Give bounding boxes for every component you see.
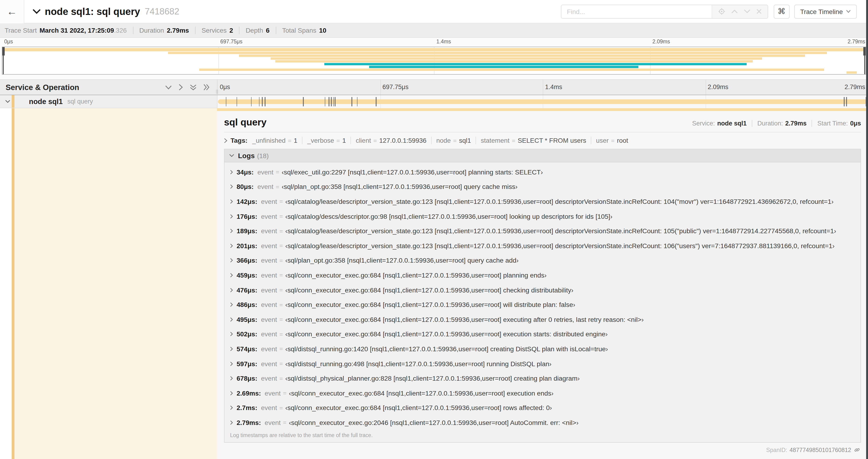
log-event-mark[interactable] bbox=[329, 97, 330, 106]
viewport-right-scrubber-handle[interactable] bbox=[863, 47, 866, 56]
span-duration-bar[interactable] bbox=[218, 99, 867, 104]
log-timestamp: 2.79ms: bbox=[237, 419, 261, 426]
chevron-right-icon bbox=[230, 185, 233, 189]
span-collapse-toggle[interactable] bbox=[5, 100, 10, 103]
log-event-mark[interactable] bbox=[262, 97, 262, 106]
log-event-mark[interactable] bbox=[844, 97, 844, 106]
page-title: node sql1: sql query bbox=[45, 6, 140, 17]
log-event-mark[interactable] bbox=[265, 97, 265, 106]
keyboard-shortcuts-button[interactable]: ⌘ bbox=[774, 4, 789, 19]
log-row[interactable]: 678μs: event = ‹sql/distsql_physical_pla… bbox=[224, 371, 861, 386]
equals-sign: = bbox=[279, 331, 283, 338]
collapse-trace-header-button[interactable] bbox=[33, 9, 40, 14]
next-result-icon[interactable] bbox=[744, 9, 750, 13]
log-row[interactable]: 476μs: event = ‹sql/conn_executor_exec.g… bbox=[224, 283, 861, 297]
log-event-mark[interactable] bbox=[335, 97, 335, 106]
logs-title: Logs bbox=[238, 152, 255, 160]
back-arrow-icon: ← bbox=[7, 5, 17, 18]
tag-key: node bbox=[436, 137, 451, 144]
log-event-mark[interactable] bbox=[325, 97, 326, 106]
log-event-mark[interactable] bbox=[226, 97, 226, 106]
command-icon: ⌘ bbox=[777, 6, 785, 16]
log-event-mark[interactable] bbox=[237, 97, 237, 106]
log-row[interactable]: 142μs: event = ‹sql/catalog/lease/descri… bbox=[224, 194, 861, 209]
header-controls: ⌘ Trace Timeline bbox=[561, 4, 857, 19]
log-row[interactable]: 34μs: event = ‹sql/exec_util.go:2297 [ns… bbox=[224, 165, 861, 179]
collapse-all-icon[interactable] bbox=[190, 84, 196, 90]
expand-all-icon[interactable] bbox=[204, 84, 210, 91]
log-row[interactable]: 2.69ms: event = ‹sql/conn_executor_exec.… bbox=[224, 386, 861, 400]
log-event-mark[interactable] bbox=[331, 97, 332, 106]
log-row[interactable]: 597μs: event = ‹sql/distsql_running.go:4… bbox=[224, 356, 861, 371]
timeline-tick: 0μs bbox=[217, 84, 230, 91]
log-event-mark[interactable] bbox=[333, 97, 334, 106]
log-event-mark[interactable] bbox=[251, 97, 252, 106]
log-row[interactable]: 486μs: event = ‹sql/conn_executor_exec.g… bbox=[224, 297, 861, 312]
service-operation-title: Service & Operation bbox=[6, 83, 79, 92]
log-row[interactable]: 189μs: event = ‹sql/catalog/lease/descri… bbox=[224, 224, 861, 238]
expand-one-icon[interactable] bbox=[179, 84, 183, 91]
log-timestamp: 2.69ms: bbox=[237, 389, 261, 397]
trace-view-select-label: Trace Timeline bbox=[800, 8, 843, 15]
deep-link-icon[interactable] bbox=[854, 447, 860, 453]
tag-value: 1 bbox=[342, 137, 346, 144]
tag-value: SELECT * FROM users bbox=[518, 137, 586, 144]
tag-key: statement bbox=[481, 137, 509, 144]
prev-result-icon[interactable] bbox=[731, 9, 738, 13]
trace-view-select[interactable]: Trace Timeline bbox=[794, 4, 857, 19]
equals-sign: = bbox=[279, 272, 283, 279]
log-row[interactable]: 80μs: event = ‹sql/plan_opt.go:358 [nsql… bbox=[224, 179, 861, 194]
log-event-mark[interactable] bbox=[351, 97, 352, 106]
log-row[interactable]: 502μs: event = ‹sql/conn_executor_exec.g… bbox=[224, 327, 861, 341]
log-row[interactable]: 574μs: event = ‹sql/distsql_running.go:1… bbox=[224, 341, 861, 356]
find-result-controls bbox=[711, 5, 768, 18]
log-timestamp: 476μs: bbox=[237, 286, 257, 294]
logs-header[interactable]: Logs (18) bbox=[224, 149, 861, 162]
log-event-mark[interactable] bbox=[846, 97, 847, 106]
log-row[interactable]: 495μs: event = ‹sql/conn_executor_exec.g… bbox=[224, 312, 861, 327]
scrollbar[interactable] bbox=[866, 0, 868, 459]
log-event-mark[interactable] bbox=[303, 97, 304, 106]
log-field-key: event bbox=[261, 271, 277, 279]
back-button[interactable]: ← bbox=[0, 0, 24, 23]
minimap-span-bar bbox=[2, 48, 866, 51]
equals-sign: = bbox=[453, 137, 457, 144]
clear-search-icon[interactable] bbox=[756, 9, 762, 14]
log-field-value: ‹sql/catalog/lease/descriptor_version_st… bbox=[285, 227, 836, 235]
timeline-header-row: Service & Operation 0μs bbox=[0, 79, 868, 95]
chevron-right-icon bbox=[230, 273, 233, 277]
log-event-mark[interactable] bbox=[376, 97, 376, 106]
log-timestamp: 574μs: bbox=[237, 345, 257, 353]
log-field-key: event bbox=[261, 286, 277, 294]
span-bar-cell[interactable] bbox=[217, 95, 868, 108]
timeline-tick: 697.75μs bbox=[380, 84, 409, 91]
summary-value: 2.79ms bbox=[167, 27, 189, 34]
minimap-canvas[interactable] bbox=[2, 47, 866, 75]
collapse-one-icon[interactable] bbox=[165, 85, 172, 89]
log-row[interactable]: 2.79ms: event = ‹sql/conn_executor_exec.… bbox=[224, 415, 861, 430]
span-name-cell[interactable]: node sql1 sql query bbox=[0, 95, 217, 108]
chevron-right-icon bbox=[230, 214, 233, 219]
find-input[interactable] bbox=[561, 5, 711, 18]
log-timestamp: 459μs: bbox=[237, 271, 257, 279]
summary-item: Total Spans 10 bbox=[276, 27, 327, 34]
equals-sign: = bbox=[288, 137, 291, 144]
equals-sign: = bbox=[279, 213, 283, 220]
log-event-mark[interactable] bbox=[259, 97, 260, 106]
summary-item: Trace Start March 31 2022, 17:25:09 .326 bbox=[5, 27, 127, 34]
log-field-key: event bbox=[261, 404, 277, 412]
log-field-value: ‹sql/catalog/descs/descriptor.go:98 [nsq… bbox=[285, 212, 612, 220]
log-row[interactable]: 176μs: event = ‹sql/catalog/descs/descri… bbox=[224, 209, 861, 224]
log-row[interactable]: 459μs: event = ‹sql/conn_executor_exec.g… bbox=[224, 268, 861, 283]
viewport-left-scrubber-handle[interactable] bbox=[2, 47, 5, 56]
log-event-mark[interactable] bbox=[357, 97, 358, 106]
log-row[interactable]: 2.7ms: event = ‹sql/conn_executor_exec.g… bbox=[224, 400, 861, 415]
log-row[interactable]: 201μs: event = ‹sql/catalog/lease/descri… bbox=[224, 238, 861, 253]
focus-target-icon[interactable] bbox=[718, 8, 725, 15]
timeline-tick: 2.09ms bbox=[705, 84, 728, 91]
log-field-value: ‹sql/conn_executor_exec.go:684 [nsql1,cl… bbox=[285, 301, 575, 308]
log-row[interactable]: 366μs: event = ‹sql/plan_opt.go:358 [nsq… bbox=[224, 253, 861, 268]
span-id-row: SpanID: 4877749850101760812 bbox=[224, 447, 861, 453]
tags-accordion[interactable]: Tags: _unfinished = 1 _verbose bbox=[224, 137, 861, 144]
log-field-key: event bbox=[261, 212, 277, 220]
